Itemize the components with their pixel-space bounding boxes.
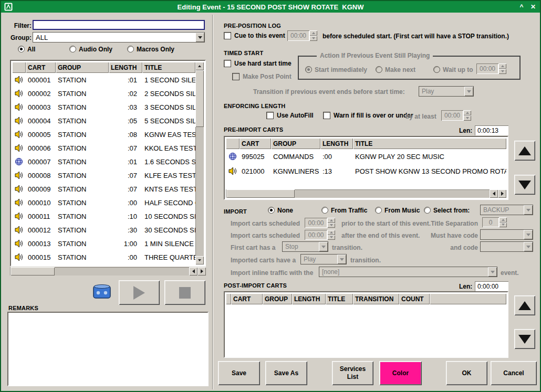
scroll-left-icon[interactable] — [189, 267, 197, 276]
spin-down-icon[interactable] — [463, 115, 471, 121]
ok-button[interactable]: OK — [446, 361, 487, 385]
sched-after-spinner[interactable]: 00:00 — [305, 230, 335, 240]
filter-input[interactable] — [33, 20, 205, 30]
cue-to-event-checkbox[interactable] — [224, 32, 231, 39]
spin-down-icon[interactable] — [498, 69, 506, 74]
stop-button[interactable] — [164, 280, 205, 305]
spin-up-icon[interactable] — [498, 63, 506, 69]
hard-start-checkbox[interactable] — [224, 60, 231, 67]
table-row[interactable]: 000012STATION:3030 SECONDS SILE — [12, 223, 195, 237]
cart-icon[interactable] — [91, 282, 112, 301]
services-list-button[interactable]: Services List — [332, 361, 373, 385]
post-import-move-up-button[interactable] — [514, 295, 535, 315]
scroll-up-icon[interactable] — [195, 62, 204, 70]
title-bar[interactable]: Editing Event - 15 SECOND POST SHOW ROTA… — [1, 1, 540, 13]
radio-import-none[interactable] — [268, 207, 275, 214]
group-select[interactable]: ALL — [33, 32, 205, 43]
table-row[interactable]: 000006STATION:07KKOL EAS TEST I — [12, 141, 195, 155]
cart-number: 000007 — [26, 158, 56, 166]
table-row[interactable]: 000009STATION:07KNTS EAS TEST I — [12, 182, 195, 196]
table-row[interactable]: 000015STATION:00THREE QUARTER — [12, 250, 195, 264]
table-row[interactable]: 000001STATION:011 SECOND SILEN — [12, 73, 195, 87]
table-row[interactable]: 000002STATION:022 SECONDS SILE — [12, 87, 195, 100]
spin-down-icon[interactable] — [309, 36, 317, 41]
table-row[interactable]: 000008STATION:07KLFE EAS TEST IN — [12, 168, 195, 182]
table-row[interactable]: 995025COMMANDS:00KGNW PLAY 20 SEC MUSIC — [226, 149, 506, 164]
radio-make-next[interactable] — [376, 66, 382, 73]
hscroll-thumb[interactable] — [11, 267, 55, 276]
wait-up-to-spinner[interactable]: 00:00 — [476, 63, 506, 74]
hscroll-thumb[interactable] — [226, 189, 295, 198]
post-import-len-label: Len: — [459, 283, 472, 290]
must-have-code-select[interactable] — [480, 229, 533, 240]
cart-title: HALF SECOND OF — [142, 199, 195, 207]
spin-down-icon[interactable] — [327, 235, 335, 240]
radio-start-immediately[interactable] — [305, 66, 312, 73]
play-button[interactable] — [119, 280, 160, 305]
pre-import-move-down-button[interactable] — [514, 175, 535, 195]
spin-up-icon[interactable] — [327, 230, 335, 235]
save-button[interactable]: Save — [218, 361, 260, 385]
save-as-button[interactable]: Save As — [265, 361, 307, 385]
table-row[interactable]: 000003STATION:033 SECONDS SILE — [12, 100, 195, 114]
table-row[interactable]: 000005STATION:08KGNW EAS TEST — [12, 128, 195, 141]
cart-library-vscrollbar[interactable] — [195, 62, 204, 264]
cart-library-rows: 000001STATION:011 SECOND SILEN000002STAT… — [12, 73, 195, 264]
cart-length: :08 — [109, 131, 142, 139]
radio-macros-only[interactable] — [127, 46, 134, 52]
spin-up-icon[interactable] — [327, 218, 335, 223]
radio-from-music[interactable] — [375, 207, 382, 214]
scroll-down-icon[interactable] — [195, 256, 204, 264]
select-from-select[interactable]: BACKUP — [480, 205, 533, 215]
cart-group: STATION — [56, 226, 109, 234]
cue-time-spinner[interactable]: 00:00 — [287, 30, 317, 41]
table-row[interactable]: 000013STATION1:001 MIN SILENCE — [12, 237, 195, 250]
spin-up-icon[interactable] — [463, 110, 471, 115]
spin-up-icon[interactable] — [499, 217, 507, 223]
by-at-least-spinner[interactable]: 00:00 — [441, 110, 471, 121]
pre-import-move-up-button[interactable] — [514, 141, 535, 161]
sched-prior-spinner[interactable]: 00:00 — [305, 218, 335, 228]
transition-if-ends-select[interactable]: Play — [419, 86, 474, 97]
table-row[interactable]: 000010STATION:00HALF SECOND OF — [12, 196, 195, 209]
close-button[interactable]: ✕ — [528, 2, 538, 12]
radio-from-music-label: From Music — [384, 207, 420, 214]
spin-up-icon[interactable] — [309, 30, 317, 36]
table-row[interactable]: 021000KGNWLINERS:13POST SHOW KGNW 13 SEC… — [226, 164, 506, 178]
scroll-right-icon[interactable] — [197, 267, 206, 276]
cart-length: :03 — [109, 103, 142, 111]
use-autofill-checkbox[interactable] — [266, 112, 274, 119]
title-separation-spinner[interactable]: 0 — [482, 217, 507, 227]
spin-down-icon[interactable] — [499, 223, 507, 228]
cart-number: 000005 — [26, 131, 56, 139]
first-cart-transition-select[interactable]: Stop — [282, 241, 328, 252]
scroll-right-icon[interactable] — [498, 189, 506, 198]
imported-carts-transition-select[interactable]: Play — [300, 254, 347, 264]
radio-wait-up-to[interactable] — [433, 66, 440, 73]
table-row[interactable]: 000011STATION:1010 SECONDS SILE — [12, 209, 195, 223]
remarks-textarea[interactable] — [7, 312, 209, 386]
speaker-icon — [12, 171, 26, 179]
shade-button[interactable]: ^ — [517, 2, 526, 12]
and-code-select[interactable] — [480, 241, 533, 252]
radio-audio-only[interactable] — [69, 46, 76, 52]
vscroll-thumb[interactable] — [195, 70, 204, 127]
color-button[interactable]: Color — [379, 361, 422, 385]
radio-from-traffic[interactable] — [321, 207, 328, 214]
radio-audio-only-label: Audio Only — [79, 46, 112, 53]
inline-traffic-select[interactable]: [none] — [319, 267, 497, 277]
scroll-left-icon[interactable] — [490, 189, 498, 198]
warn-fill-checkbox[interactable] — [323, 112, 330, 119]
radio-all[interactable] — [18, 46, 25, 52]
table-row[interactable]: 000004STATION:055 SECONDS SILE — [12, 114, 195, 128]
radio-select-from[interactable] — [424, 207, 431, 214]
make-post-point-checkbox[interactable] — [232, 73, 240, 80]
table-row[interactable]: 000007STATION:011.6 SECONDS SIL — [12, 155, 195, 168]
cancel-button[interactable]: Cancel — [491, 361, 537, 385]
cart-library-hscrollbar[interactable] — [10, 267, 206, 276]
cart-title: 1.6 SECONDS SIL — [142, 158, 195, 166]
spin-down-icon[interactable] — [327, 223, 335, 228]
radio-import-none-label: None — [277, 207, 293, 214]
pre-import-hscrollbar[interactable] — [226, 189, 506, 198]
post-import-move-down-button[interactable] — [514, 329, 535, 349]
